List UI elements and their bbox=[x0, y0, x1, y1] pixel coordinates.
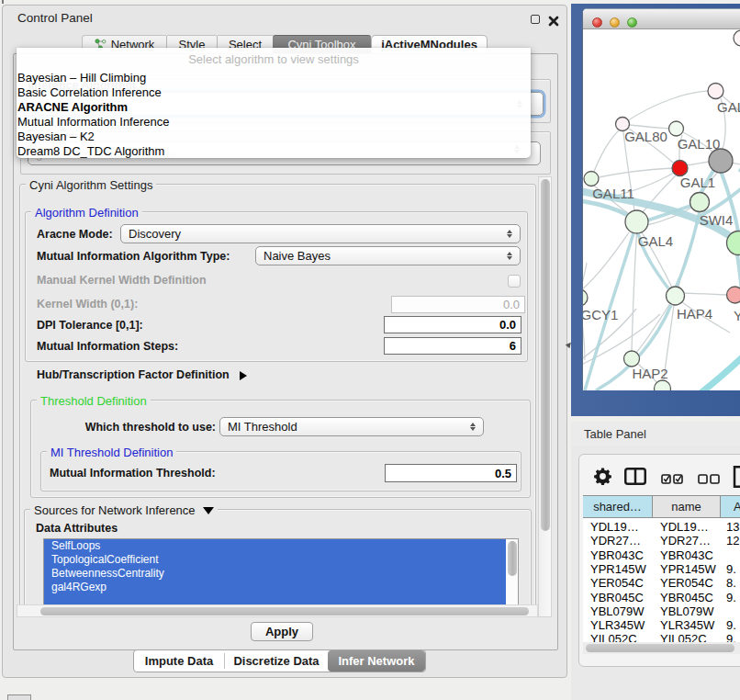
float-window-icon[interactable] bbox=[531, 15, 540, 24]
which-threshold-combobox[interactable]: MI Threshold bbox=[219, 417, 484, 436]
network-edge[interactable] bbox=[591, 129, 621, 179]
network-node-gal1[interactable] bbox=[672, 161, 688, 176]
table-hscrollbar-thumb[interactable] bbox=[586, 644, 734, 652]
settings-vscrollbar-track[interactable] bbox=[538, 176, 552, 617]
which-threshold-value: MI Threshold bbox=[228, 420, 297, 434]
table-row[interactable]: YIL052CYIL052C9. bbox=[583, 632, 740, 642]
network-graph: GAL7GAL80GAL10GAL1GAL11SWI4GAL4GCY1HAP4Y… bbox=[583, 29, 740, 390]
table-cell: YDR27… bbox=[590, 534, 641, 548]
mi-threshold-field[interactable]: 0.5 bbox=[385, 464, 517, 482]
bottom-tab-impute-data[interactable]: Impute Data bbox=[134, 650, 224, 672]
table-row[interactable]: YBR043CYBR043C bbox=[583, 548, 740, 562]
expanded-arrow-icon bbox=[203, 507, 214, 514]
dropdown-item[interactable]: ARACNE Algorithm bbox=[17, 100, 128, 114]
attribute-list-item[interactable]: TopologicalCoefficient bbox=[44, 553, 506, 567]
data-attributes-label: Data Attributes bbox=[36, 522, 118, 535]
network-edge[interactable] bbox=[622, 91, 716, 124]
hub-definition-label: Hub/Transcription Factor Definition bbox=[37, 368, 230, 381]
column-header-1[interactable]: shared… bbox=[583, 496, 653, 517]
network-node-label: GAL1 bbox=[680, 175, 715, 190]
table-cell: 9. bbox=[726, 562, 736, 576]
attribute-list-item[interactable]: BetweennessCentrality bbox=[44, 567, 506, 581]
table-cell: 9. bbox=[726, 618, 736, 632]
network-node[interactable] bbox=[709, 149, 733, 173]
network-edge[interactable] bbox=[591, 168, 672, 179]
mi-threshold-group-title: MI Threshold Definition bbox=[47, 446, 176, 459]
algorithm-definition-title: Algorithm Definition bbox=[31, 206, 142, 220]
combo-arrows-icon bbox=[507, 252, 512, 260]
aracne-mode-combobox[interactable]: Discovery bbox=[120, 224, 521, 243]
table-row[interactable]: YLR345WYLR345W9. bbox=[583, 618, 740, 632]
mi-steps-field[interactable]: 6 bbox=[384, 337, 521, 355]
dpi-tolerance-field[interactable]: 0.0 bbox=[384, 316, 521, 333]
dropdown-item[interactable]: Dream8 DC_TDC Algorithm bbox=[17, 144, 164, 158]
column-header-3[interactable]: A bbox=[721, 496, 740, 517]
column-browser-icon[interactable] bbox=[624, 468, 646, 489]
network-node-hap2[interactable] bbox=[624, 351, 640, 367]
network-node[interactable] bbox=[734, 30, 740, 46]
data-attributes-list: SelfLoopsTopologicalCoefficientBetweenne… bbox=[43, 538, 519, 604]
table-row[interactable]: YER054CYER054C8. bbox=[583, 576, 740, 590]
settings-vscrollbar-thumb[interactable] bbox=[541, 179, 550, 531]
dropdown-item[interactable]: Basic Correlation Inference bbox=[17, 85, 162, 99]
attribute-list-item[interactable]: SelfLoops bbox=[44, 539, 506, 553]
sources-group-title[interactable]: Sources for Network Inference bbox=[30, 503, 218, 517]
cyni-algorithm-settings-title: Cyni Algorithm Settings bbox=[26, 178, 156, 192]
zoom-window-icon[interactable] bbox=[627, 17, 637, 28]
table-cell: YBR043C bbox=[660, 548, 713, 562]
network-node-gcy1[interactable] bbox=[583, 289, 588, 306]
export-table-icon[interactable] bbox=[733, 466, 740, 491]
list-scrollbar-thumb[interactable] bbox=[508, 541, 517, 576]
network-node-label: SWI4 bbox=[700, 212, 734, 228]
table-row[interactable]: YDR27…YDR27…12 bbox=[583, 534, 740, 548]
network-node-gal4[interactable] bbox=[625, 210, 648, 233]
list-scrollbar-track[interactable] bbox=[506, 539, 518, 604]
close-panel-icon[interactable] bbox=[548, 14, 559, 25]
table-row[interactable]: YBL079WYBL079W bbox=[583, 604, 740, 618]
table-row[interactable]: YPR145WYPR145W9. bbox=[583, 562, 740, 576]
network-node-gal10[interactable] bbox=[669, 121, 684, 136]
kernel-width-field[interactable]: 0.0 bbox=[391, 296, 525, 313]
close-window-icon[interactable] bbox=[592, 17, 602, 28]
table-row[interactable]: YBR045CYBR045C9. bbox=[583, 591, 740, 604]
network-edge[interactable] bbox=[583, 232, 629, 290]
table-cell: YDL19… bbox=[590, 520, 639, 534]
select-all-icon[interactable] bbox=[661, 471, 683, 488]
column-header-2[interactable]: name bbox=[653, 496, 721, 517]
network-node-hap4[interactable] bbox=[667, 287, 685, 305]
dropdown-item[interactable]: Mutual Information Inference bbox=[17, 115, 169, 129]
hub-definition-toggle[interactable]: Hub/Transcription Factor Definition bbox=[37, 368, 247, 381]
network-node-swi4[interactable] bbox=[690, 193, 710, 212]
table-cell: YLR345W bbox=[660, 618, 714, 632]
network-edge-highlighted[interactable] bbox=[676, 211, 700, 288]
table-cell: YIL052C bbox=[660, 632, 707, 642]
settings-hscrollbar-track[interactable] bbox=[17, 604, 538, 617]
network-window-titlebar bbox=[583, 9, 740, 29]
bottom-tab-discretize-data[interactable]: Discretize Data bbox=[225, 650, 328, 672]
manual-kernel-checkbox[interactable] bbox=[508, 275, 521, 288]
network-node-gal11[interactable] bbox=[584, 172, 599, 186]
table-cell: YPR145W bbox=[660, 562, 716, 576]
network-edge[interactable] bbox=[684, 293, 727, 295]
network-node-gal7[interactable] bbox=[708, 84, 723, 99]
network-canvas[interactable]: GAL7GAL80GAL10GAL1GAL11SWI4GAL4GCY1HAP4Y… bbox=[583, 29, 740, 390]
network-desktop: GAL7GAL80GAL10GAL1GAL11SWI4GAL4GCY1HAP4Y… bbox=[571, 4, 740, 416]
attribute-list-item[interactable]: gal4RGexp bbox=[44, 581, 506, 594]
apply-button[interactable]: Apply bbox=[251, 622, 313, 641]
gear-icon[interactable] bbox=[594, 468, 611, 489]
settings-hscrollbar-thumb[interactable] bbox=[40, 607, 529, 615]
network-edge[interactable] bbox=[636, 303, 670, 353]
unselect-all-icon[interactable] bbox=[698, 471, 720, 488]
bottom-tab-infer-network[interactable]: Infer Network bbox=[328, 650, 425, 672]
network-edge[interactable] bbox=[687, 162, 709, 165]
network-edge-highlighted[interactable] bbox=[701, 351, 740, 390]
minimize-window-icon[interactable] bbox=[610, 17, 620, 28]
table-hscrollbar-track[interactable] bbox=[583, 642, 740, 654]
mi-type-combobox[interactable]: Naive Bayes bbox=[255, 246, 521, 265]
dropdown-item[interactable]: Bayesian – Hill Climbing bbox=[17, 71, 146, 85]
dropdown-item[interactable]: Bayesian – K2 bbox=[17, 130, 95, 143]
bottom-stub-button[interactable] bbox=[7, 694, 31, 700]
network-node-yj[interactable] bbox=[727, 287, 740, 303]
table-row[interactable]: YDL19…YDL19…13 bbox=[583, 520, 740, 534]
table-panel-card: shared…nameA YDL19…YDL19…13YDR27…YDR27…1… bbox=[578, 454, 740, 667]
